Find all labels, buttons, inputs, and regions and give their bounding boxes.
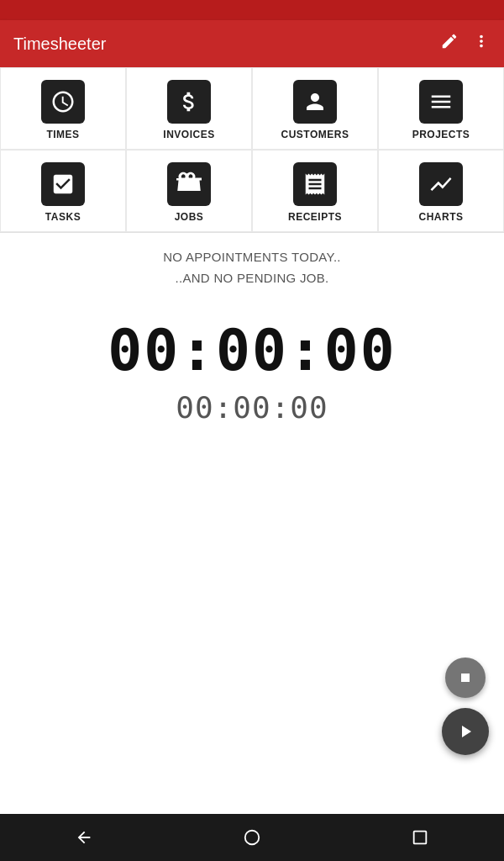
recents-button[interactable] — [395, 821, 445, 854]
receipts-icon-box — [293, 162, 337, 206]
customers-icon-box — [293, 80, 337, 124]
svg-point-1 — [245, 831, 260, 845]
edit-icon[interactable] — [440, 32, 459, 55]
receipts-label: RECEIPTS — [288, 211, 342, 223]
grid-item-charts[interactable]: CHARTS — [378, 150, 504, 232]
svg-rect-2 — [414, 832, 427, 844]
grid-item-receipts[interactable]: RECEIPTS — [252, 150, 378, 232]
tasks-label: TASKS — [45, 211, 81, 223]
grid-item-tasks[interactable]: TASKS — [0, 150, 126, 232]
stop-button[interactable] — [445, 658, 486, 698]
more-icon[interactable] — [472, 32, 491, 55]
invoices-label: INVOICES — [163, 129, 214, 140]
grid-item-times[interactable]: TIMES — [0, 67, 126, 150]
app-title: Timesheeter — [13, 34, 440, 54]
play-button[interactable] — [442, 708, 489, 755]
main-content: TIMES INVOICES CUSTOMERS PROJECTS — [0, 67, 504, 814]
grid-item-projects[interactable]: PROJECTS — [378, 67, 504, 150]
jobs-icon-box — [167, 162, 211, 206]
times-label: TIMES — [46, 129, 79, 140]
messages: NO APPOINTMENTS TODAY.. ..AND NO PENDING… — [0, 233, 504, 300]
nav-bar — [0, 814, 504, 861]
projects-icon-box — [419, 80, 463, 124]
invoices-icon-box — [167, 80, 211, 124]
projects-label: PROJECTS — [412, 129, 470, 140]
no-pending-text: ..AND NO PENDING JOB. — [0, 271, 504, 285]
timer-main: 00:00:00 — [108, 317, 396, 383]
fab-container — [442, 658, 489, 755]
svg-rect-0 — [461, 673, 470, 682]
jobs-label: JOBS — [175, 211, 204, 223]
customers-label: CUSTOMERS — [281, 129, 349, 140]
app-bar-actions — [440, 32, 491, 55]
tasks-icon-box — [41, 162, 85, 206]
grid-item-customers[interactable]: CUSTOMERS — [252, 67, 378, 150]
icon-grid: TIMES INVOICES CUSTOMERS PROJECTS — [0, 67, 504, 233]
charts-label: CHARTS — [419, 211, 464, 223]
back-button[interactable] — [59, 821, 109, 854]
charts-icon-box — [419, 162, 463, 206]
home-button[interactable] — [227, 821, 277, 854]
app-bar: Timesheeter — [0, 20, 504, 67]
grid-item-jobs[interactable]: JOBS — [126, 150, 252, 232]
timer-secondary: 00:00:00 — [176, 390, 328, 425]
times-icon-box — [41, 80, 85, 124]
status-bar — [0, 0, 504, 20]
no-appointments-text: NO APPOINTMENTS TODAY.. — [0, 250, 504, 264]
grid-item-invoices[interactable]: INVOICES — [126, 67, 252, 150]
